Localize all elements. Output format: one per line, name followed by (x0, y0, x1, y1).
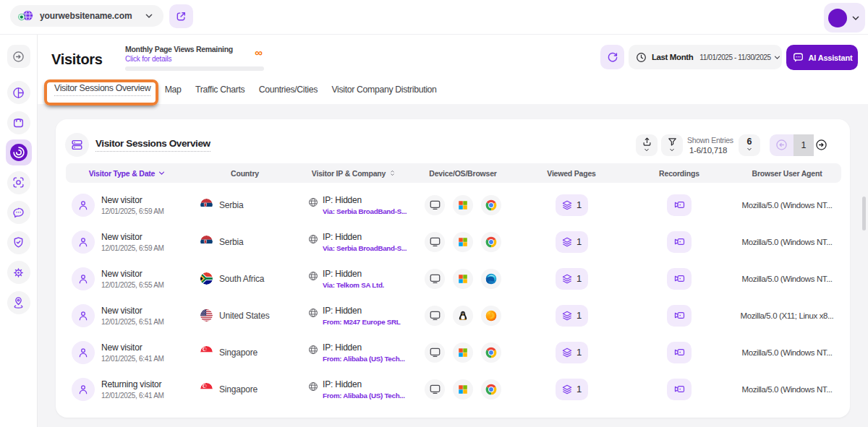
visitor-lines: New visitor12/01/2025, 6:41 AM (101, 342, 164, 363)
layers-icon (561, 347, 573, 358)
viewed-pages-count: 1 (576, 384, 582, 394)
cell-viewed-pages: 1 (517, 194, 626, 216)
filter-button[interactable] (661, 134, 683, 156)
next-page-button[interactable] (814, 134, 829, 156)
company-link[interactable]: Via: Telkom SA Ltd. (323, 281, 384, 289)
recording-button[interactable] (667, 379, 692, 400)
cell-device-os-browser (409, 269, 517, 289)
visitor-lines: New visitor12/01/2025, 6:59 AM (101, 232, 164, 252)
current-page[interactable]: 1 (793, 134, 814, 156)
viewed-pages-pill[interactable]: 1 (556, 342, 588, 363)
cell-browser-user-agent: Mozilla/5.0 (Windows NT... (733, 385, 841, 394)
sidebar-expand-button[interactable] (7, 45, 30, 68)
cell-visitor-type-date: Returning visitor12/01/2025, 6:41 AM (66, 378, 190, 401)
column-header-recordings[interactable]: Recordings (626, 169, 733, 178)
card-header: Visitor Sessions Overview (56, 133, 850, 157)
shopping-bag-icon (7, 111, 30, 134)
visit-datetime: 12/01/2025, 6:59 AM (101, 244, 164, 252)
previous-page-button[interactable] (770, 134, 793, 156)
open-website-button[interactable] (169, 4, 193, 28)
chevron-down-icon (157, 168, 166, 178)
viewed-pages-count: 1 (576, 310, 582, 321)
company-link[interactable]: From: Alibaba (US) Tech... (323, 392, 405, 400)
viewed-pages-pill[interactable]: 1 (556, 231, 588, 253)
column-header-visitor-ip-company[interactable]: Visitor IP & Company (300, 168, 409, 178)
chrome-icon (481, 342, 501, 363)
viewed-pages-pill[interactable]: 1 (556, 305, 588, 327)
ip-value: IP: Hidden (323, 232, 407, 242)
filter-chevron-down-icon (668, 147, 676, 153)
recording-button[interactable] (667, 305, 692, 327)
tab-traffic-charts[interactable]: Traffic Charts (195, 85, 244, 95)
website-globe-icon (17, 8, 35, 24)
server-stack-icon (65, 133, 89, 157)
company-link[interactable]: Via: Serbia BroadBand-S... (323, 207, 407, 215)
recording-button[interactable] (667, 194, 692, 216)
cell-visitor-ip-company: IP: HiddenVia: Serbia BroadBand-S... (300, 232, 409, 252)
person-icon (77, 346, 90, 359)
website-selector[interactable]: yourwebsitename.com (10, 5, 163, 27)
viewed-pages-pill[interactable]: 1 (556, 268, 588, 290)
recording-button[interactable] (667, 342, 692, 363)
cell-browser-user-agent: Mozilla/5.0 (Windows NT... (733, 275, 841, 283)
singapore-flag-icon (200, 383, 213, 395)
column-label: Visitor IP & Company (312, 169, 386, 178)
visitor-avatar (72, 230, 95, 254)
cell-country: Serbia (190, 199, 300, 211)
chrome-icon (481, 379, 501, 400)
shown-entries-label: Shown Entries (687, 136, 729, 145)
person-icon (77, 272, 90, 285)
company-link[interactable]: Via: Serbia BroadBand-S... (323, 244, 407, 252)
globe-icon (307, 233, 319, 245)
column-header-browser-user-agent[interactable]: Browser User Agent (733, 169, 841, 178)
cell-device-os-browser (409, 195, 517, 215)
video-camera-icon (673, 383, 686, 395)
cell-country: United States (190, 309, 300, 322)
sidebar-item-visitors[interactable] (6, 139, 32, 165)
page-size-select[interactable]: 6 (739, 134, 760, 156)
table-row: New visitor12/01/2025, 6:55 AMSouth Afri… (66, 260, 841, 297)
sidebar-item-ecommerce[interactable] (6, 110, 32, 136)
column-header-visitor-type-date[interactable]: Visitor Type & Date (66, 168, 190, 178)
country-name: Singapore (219, 384, 258, 394)
viewed-pages-pill[interactable]: 1 (556, 379, 588, 400)
sidebar-item-visitor-location[interactable] (6, 290, 32, 316)
quota-details-link[interactable]: Click for details (125, 55, 264, 64)
export-button[interactable] (636, 134, 658, 156)
ip-value: IP: Hidden (323, 342, 405, 353)
sidebar-item-privacy[interactable] (6, 230, 32, 256)
column-header-country[interactable]: Country (190, 169, 300, 178)
recording-button[interactable] (667, 268, 692, 290)
page-scrollbar-thumb[interactable] (862, 197, 866, 230)
viewed-pages-pill[interactable]: 1 (556, 194, 588, 216)
tab-visitor-sessions-overview[interactable]: Visitor Sessions Overview (54, 83, 150, 96)
date-range-picker[interactable]: Last Month 11/01/2025 - 11/30/2025 (629, 45, 782, 69)
video-camera-icon (673, 236, 686, 248)
refresh-button[interactable] (600, 45, 624, 69)
company-link[interactable]: From: Alibaba (US) Tech... (323, 355, 405, 363)
country-name: Singapore (219, 348, 258, 358)
sidebar-item-session-recordings[interactable] (6, 170, 32, 196)
desktop-icon (425, 269, 445, 289)
user-menu[interactable] (824, 3, 865, 33)
tab-visitor-company-distribution[interactable]: Visitor Company Distribution (331, 85, 436, 95)
cell-country: Singapore (190, 346, 300, 358)
ip-value: IP: Hidden (323, 306, 400, 316)
column-header-viewed-pages[interactable]: Viewed Pages (517, 169, 626, 178)
ip-lines: IP: HiddenVia: Telkom SA Ltd. (323, 269, 384, 289)
pie-chart-icon (7, 81, 30, 104)
ai-assistant-button[interactable]: AI Assistant (786, 45, 858, 70)
tab-map[interactable]: Map (165, 85, 182, 95)
table-header-row: Visitor Type & Date Country Visitor IP &… (66, 163, 841, 183)
sidebar-item-settings[interactable] (6, 259, 32, 285)
cell-device-os-browser (409, 306, 517, 326)
company-link[interactable]: From: M247 Europe SRL (323, 318, 400, 326)
shield-check-icon (7, 231, 30, 254)
sidebar-item-feedback[interactable] (6, 199, 32, 225)
tab-countries-cities[interactable]: Countries/Cities (259, 85, 318, 95)
visitor-type: New visitor (101, 232, 164, 242)
recording-button[interactable] (667, 231, 692, 253)
country-name: Serbia (219, 200, 244, 210)
sidebar-item-dashboard[interactable] (6, 79, 32, 105)
column-header-device-os-browser[interactable]: Device/OS/Browser (409, 169, 517, 178)
